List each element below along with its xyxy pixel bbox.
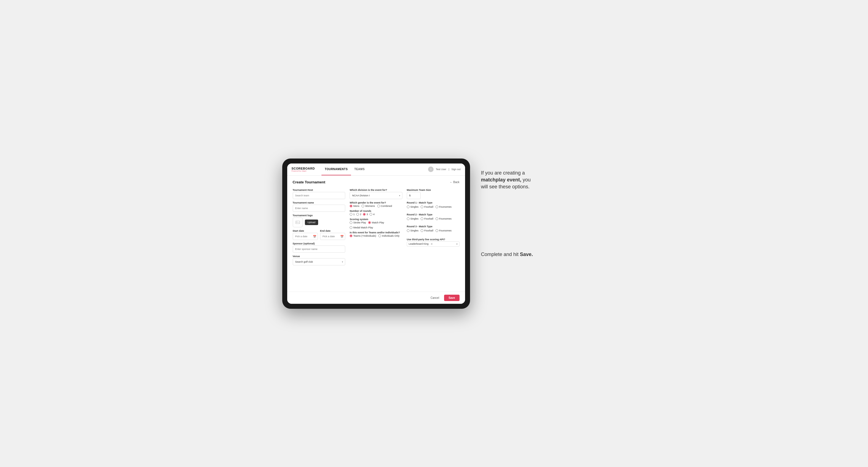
end-date-label: End date	[320, 229, 345, 232]
round2-match-title: Round 2 - Match Type	[407, 213, 460, 216]
rounds-section: Number of rounds 1 2	[350, 210, 402, 216]
gender-mens-label: Mens	[353, 205, 359, 208]
round3-fourball-option[interactable]: Fourball	[421, 229, 433, 232]
nav-tournaments[interactable]: TOURNAMENTS	[321, 163, 351, 176]
round3-singles-radio[interactable]	[407, 229, 409, 232]
rounds-4-radio[interactable]	[370, 213, 372, 216]
event-type-section: Is this event for Teams and/or Individua…	[350, 231, 402, 237]
rounds-3-radio[interactable]	[363, 213, 366, 216]
round1-foursomes-option[interactable]: Foursomes	[436, 206, 452, 208]
upload-button[interactable]: Upload	[305, 220, 318, 225]
round2-singles-radio[interactable]	[407, 217, 409, 220]
scoring-medal-option[interactable]: Medal Match Play	[350, 226, 373, 229]
tournament-host-input[interactable]	[293, 192, 345, 199]
tablet-frame: SCOREBOARD Powered by clippit TOURNAMENT…	[282, 158, 470, 309]
sponsor-section: Sponsor (optional)	[293, 242, 345, 253]
start-date-wrapper: 📅	[293, 233, 318, 240]
round1-foursomes-radio[interactable]	[436, 206, 438, 208]
scoring-label: Scoring system	[350, 218, 402, 221]
save-button[interactable]: Save	[444, 295, 459, 301]
gender-combined-label: Combined	[381, 205, 392, 208]
nav-right: T Test User | Sign out	[428, 166, 460, 172]
round2-foursomes-radio[interactable]	[436, 217, 438, 220]
gender-mens-option[interactable]: Mens	[350, 205, 359, 208]
api-tag-close[interactable]: ✕	[431, 243, 433, 246]
gender-womens-radio[interactable]	[362, 205, 364, 208]
round2-radio-group: Singles Fourball Foursomes	[407, 217, 460, 220]
start-date-section: Start date 📅	[293, 229, 318, 240]
round1-singles-radio[interactable]	[407, 206, 409, 208]
gender-mens-radio[interactable]	[350, 205, 352, 208]
max-team-section: Maximum Team Size	[407, 189, 460, 199]
gender-womens-option[interactable]: Womens	[362, 205, 375, 208]
rounds-1-radio[interactable]	[350, 213, 352, 216]
logo-upload-area: Upload	[293, 217, 345, 227]
logo-area: SCOREBOARD Powered by clippit	[291, 167, 315, 172]
max-team-label: Maximum Team Size	[407, 189, 460, 191]
rounds-2-option[interactable]: 2	[356, 213, 361, 216]
round3-singles-option[interactable]: Singles	[407, 229, 419, 232]
scoring-stroke-label: Stroke Play	[353, 221, 366, 224]
gender-combined-option[interactable]: Combined	[377, 205, 392, 208]
round2-foursomes-option[interactable]: Foursomes	[436, 217, 452, 220]
tournament-host-label: Tournament Host	[293, 189, 345, 191]
calendar-icon: 📅	[313, 235, 316, 238]
round1-singles-option[interactable]: Singles	[407, 206, 419, 208]
rounds-1-label: 1	[353, 213, 354, 216]
event-teams-radio[interactable]	[350, 235, 352, 237]
annotation-top-plain: If you are creating a	[481, 170, 525, 176]
event-individuals-radio[interactable]	[378, 235, 381, 237]
scoring-stroke-radio[interactable]	[350, 221, 352, 224]
max-team-input[interactable]	[407, 192, 421, 199]
tournament-name-label: Tournament name	[293, 201, 345, 204]
round3-fourball-radio[interactable]	[421, 229, 423, 232]
back-link[interactable]: ← Back	[450, 181, 459, 184]
round2-fourball-radio[interactable]	[421, 217, 423, 220]
round3-match-section: Round 3 - Match Type Singles Fourball	[407, 225, 460, 232]
page-wrapper: SCOREBOARD Powered by clippit TOURNAMENT…	[282, 158, 586, 309]
round3-foursomes-option[interactable]: Foursomes	[436, 229, 452, 232]
scoring-match-option[interactable]: Match Play	[368, 221, 384, 224]
annotations: If you are creating a matchplay event, y…	[481, 158, 536, 258]
round1-fourball-option[interactable]: Fourball	[421, 206, 433, 208]
sign-out-link[interactable]: Sign out	[451, 168, 460, 171]
gender-combined-radio[interactable]	[377, 205, 380, 208]
rounds-4-option[interactable]: 4	[370, 213, 374, 216]
rounds-2-label: 2	[360, 213, 361, 216]
event-type-radio-group: Teams (+Individuals) Individuals Only	[350, 235, 402, 237]
scoring-medal-radio[interactable]	[350, 226, 352, 229]
event-teams-option[interactable]: Teams (+Individuals)	[350, 235, 376, 237]
nav-teams[interactable]: TEAMS	[351, 163, 368, 176]
avatar: T	[428, 166, 434, 172]
annotation-top: If you are creating a matchplay event, y…	[481, 169, 536, 191]
division-select[interactable]: NCAA Division I NCAA Division II NCAA Di…	[350, 192, 402, 199]
sponsor-input[interactable]	[293, 246, 345, 253]
event-individuals-option[interactable]: Individuals Only	[378, 235, 400, 237]
annotation-top-text: If you are creating a matchplay event, y…	[481, 169, 536, 191]
navbar: SCOREBOARD Powered by clippit TOURNAMENT…	[287, 163, 465, 176]
round2-singles-option[interactable]: Singles	[407, 217, 419, 220]
rounds-3-option[interactable]: 3	[363, 213, 368, 216]
tournament-name-section: Tournament name	[293, 201, 345, 212]
svg-point-1	[296, 221, 297, 222]
user-name: Test User	[436, 168, 446, 171]
rounds-1-option[interactable]: 1	[350, 213, 354, 216]
division-select-wrapper: NCAA Division I NCAA Division II NCAA Di…	[350, 192, 402, 199]
round3-foursomes-radio[interactable]	[436, 229, 438, 232]
logo-sub: Powered by clippit	[291, 170, 315, 172]
division-label: Which division is the event for?	[350, 189, 402, 191]
tournament-name-input[interactable]	[293, 205, 345, 212]
round3-match-title: Round 3 - Match Type	[407, 225, 460, 228]
annotation-bottom: Complete and hit Save.	[481, 251, 536, 258]
rounds-2-radio[interactable]	[356, 213, 359, 216]
round2-fourball-option[interactable]: Fourball	[421, 217, 433, 220]
scoring-stroke-option[interactable]: Stroke Play	[350, 221, 366, 224]
venue-select[interactable]: Search golf club	[293, 258, 345, 266]
round1-fourball-radio[interactable]	[421, 206, 423, 208]
scoring-match-radio[interactable]	[368, 221, 371, 224]
cancel-button[interactable]: Cancel	[428, 295, 442, 301]
round1-foursomes-label: Foursomes	[439, 206, 452, 208]
annotation-bottom-bold: Save.	[520, 252, 533, 257]
api-label: Use third-party live scoring API?	[407, 238, 460, 241]
right-column: Maximum Team Size Round 1 - Match Type S…	[407, 189, 460, 287]
